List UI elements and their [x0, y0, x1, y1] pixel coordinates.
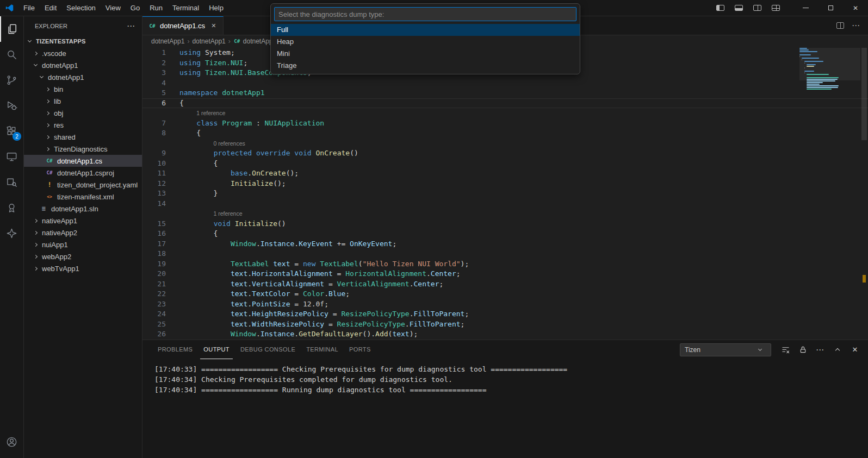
line-number [142, 108, 179, 118]
quickpick-item-mini[interactable]: Mini [271, 48, 580, 60]
files-icon [6, 23, 18, 35]
tree-item-shared[interactable]: shared [24, 131, 142, 143]
quickpick-input[interactable] [274, 7, 576, 21]
activity-item-source-control[interactable] [0, 67, 23, 93]
breadcrumb-separator-icon: › [187, 37, 189, 45]
menu-item-selection[interactable]: Selection [61, 0, 100, 16]
tree-item-obj[interactable]: obj [24, 107, 142, 119]
panel-tab-problems[interactable]: PROBLEMS [154, 340, 196, 359]
split-editor-icon[interactable] [836, 22, 844, 29]
chevron-right-icon [34, 230, 38, 234]
menu-item-edit[interactable]: Edit [40, 0, 61, 16]
tree-item-dotnetapp1-csproj[interactable]: dotnetApp1.csproj [24, 167, 142, 179]
tree-item-bin[interactable]: bin [24, 83, 142, 95]
minimize-button[interactable] [793, 0, 818, 16]
window-controls: ✕ [793, 0, 868, 16]
codelens-label: 1 reference [179, 209, 868, 219]
output-log[interactable]: [17:40:33] ================== Checking P… [142, 359, 868, 395]
code-line-content: text.HorizontalAlignment = HorizontalAli… [179, 269, 868, 279]
tree-item-tizen-manifest-xml[interactable]: tizen-manifest.xml [24, 191, 142, 203]
editor-actions: ⋯ [836, 16, 868, 35]
sidebar-title: EXPLORER [35, 23, 67, 29]
menu-item-view[interactable]: View [101, 0, 126, 16]
activity-item-package-explorer[interactable] [0, 170, 23, 195]
tab-dotnetapp1-cs[interactable]: dotnetApp1.cs ✕ [142, 16, 224, 35]
quickpick-item-full[interactable]: Full [271, 24, 580, 36]
menu-item-terminal[interactable]: Terminal [168, 0, 204, 16]
bottom-panel: PROBLEMSOUTPUTDEBUG CONSOLETERMINALPORTS… [142, 340, 868, 458]
panel-tab-debug-console[interactable]: DEBUG CONSOLE [237, 340, 299, 359]
editor-more-actions-icon[interactable]: ⋯ [852, 21, 860, 30]
activity-item-device-manager[interactable] [0, 144, 23, 170]
clear-output-button[interactable] [780, 344, 791, 355]
explorer-more-actions-icon[interactable]: ⋯ [127, 21, 135, 31]
tree-item-dotnetapp1[interactable]: dotnetApp1 [24, 71, 142, 83]
tree-item-label: shared [54, 133, 76, 141]
line-number: 2 [142, 58, 179, 68]
tree-item-vscode[interactable]: .vscode [24, 47, 142, 59]
tree-item-dotnetapp1-sln[interactable]: dotnetApp1.sln [24, 203, 142, 215]
line-number: 18 [142, 249, 179, 259]
source-control-icon [5, 74, 18, 86]
tree-item-nativeapp1[interactable]: nativeApp1 [24, 215, 142, 227]
output-channel-label: Tizen [685, 346, 700, 354]
tree-item-webtvapp1[interactable]: webTvApp1 [24, 262, 142, 274]
breadcrumb-item[interactable]: dotnetApp1 [151, 37, 184, 45]
panel-tab-terminal[interactable]: TERMINAL [303, 340, 342, 359]
line-number: 11 [142, 168, 179, 179]
panel-more-actions-icon[interactable]: ⋯ [815, 344, 826, 355]
activity-item-certificate-manager[interactable] [0, 195, 23, 221]
tree-item-label: dotnetApp1 [48, 73, 84, 81]
line-number: 13 [142, 189, 179, 199]
codelens-row: 0 references [142, 139, 868, 149]
panel-tab-output[interactable]: OUTPUT [200, 340, 233, 359]
code-line-content: { [179, 98, 868, 109]
tab-close-icon[interactable]: ✕ [209, 21, 218, 30]
tree-item-tizendiagnostics[interactable]: TizenDiagnostics [24, 143, 142, 155]
line-number: 26 [142, 329, 179, 340]
menu-item-file[interactable]: File [18, 0, 40, 16]
customize-layout-icon[interactable] [770, 3, 781, 14]
tree-item-label: TIZENTESTAPPS [36, 38, 86, 45]
tree-item-res[interactable]: res [24, 119, 142, 131]
scrollbar-thumb[interactable] [861, 48, 867, 140]
activity-item-extensions[interactable]: 2 [0, 118, 23, 144]
tree-item-tizen-dotnet-project-yaml[interactable]: tizen_dotnet_project.yaml [24, 179, 142, 191]
editor-scrollbar[interactable] [860, 48, 868, 340]
chevron-right-icon [46, 111, 49, 115]
activity-item-run-debug[interactable] [0, 93, 23, 118]
activity-item-explorer[interactable] [0, 16, 23, 42]
activity-item-accounts[interactable] [0, 429, 23, 455]
close-panel-button[interactable]: ✕ [850, 344, 860, 355]
tree-item-webapp2[interactable]: webApp2 [24, 250, 142, 262]
toggle-secondary-sidebar-icon[interactable] [752, 3, 762, 14]
device-monitor-icon [5, 150, 18, 163]
quickpick-item-triage[interactable]: Triage [271, 60, 580, 72]
tree-item-tizentestapps[interactable]: TIZENTESTAPPS [24, 35, 142, 47]
tree-item-nativeapp2[interactable]: nativeApp2 [24, 227, 142, 239]
tree-item-dotnetapp1-cs[interactable]: dotnetApp1.cs [24, 155, 142, 167]
minimap[interactable] [799, 48, 860, 118]
menu-item-run[interactable]: Run [145, 0, 168, 16]
panel-tab-ports[interactable]: PORTS [346, 340, 374, 359]
maximize-button[interactable] [818, 0, 843, 16]
tree-item-dotnetapp1[interactable]: dotnetApp1 [24, 59, 142, 71]
line-number: 25 [142, 319, 179, 330]
output-channel-select[interactable]: Tizen [680, 343, 771, 356]
menu-item-go[interactable]: Go [126, 0, 145, 16]
activity-item-tizen[interactable] [0, 221, 23, 246]
maximize-panel-button[interactable] [832, 344, 843, 355]
menu-item-help[interactable]: Help [204, 0, 228, 16]
close-button[interactable]: ✕ [843, 0, 868, 16]
tree-item-nuiapp1[interactable]: nuiApp1 [24, 239, 142, 250]
breadcrumb-item[interactable]: dotnetApp1 [192, 37, 225, 45]
code-editor[interactable]: 1using System;2using Tizen.NUI;3using Ti… [142, 48, 868, 340]
activity-item-search[interactable] [0, 42, 23, 67]
line-number: 10 [142, 159, 179, 169]
quickpick-item-heap[interactable]: Heap [271, 36, 580, 48]
tree-item-lib[interactable]: lib [24, 95, 142, 107]
toggle-panel-icon[interactable] [733, 3, 744, 14]
toggle-sidebar-icon[interactable] [715, 3, 726, 14]
lock-autoscroll-button[interactable] [797, 344, 808, 355]
code-line: 23 text.PointSize = 12.0f; [142, 299, 868, 310]
